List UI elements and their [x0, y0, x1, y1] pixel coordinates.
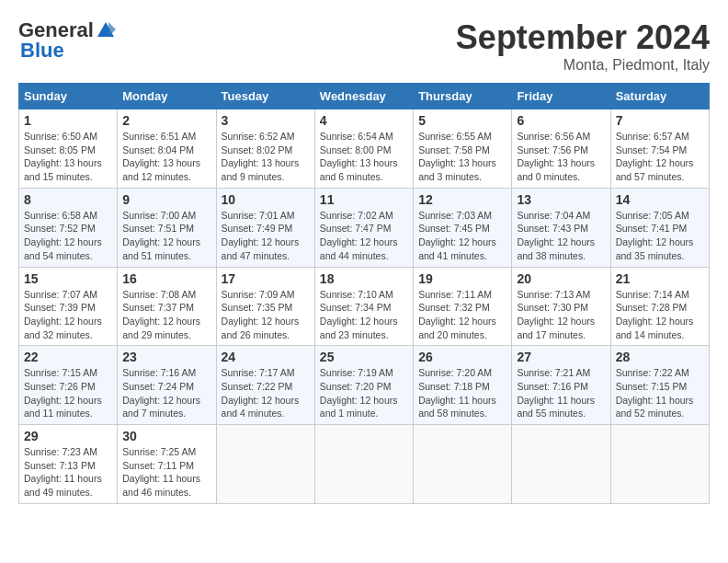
day-info: Sunrise: 6:56 AM Sunset: 7:56 PM Dayligh…: [517, 130, 605, 184]
table-row: 24Sunrise: 7:17 AM Sunset: 7:22 PM Dayli…: [216, 346, 314, 425]
calendar-week-row: 15Sunrise: 7:07 AM Sunset: 7:39 PM Dayli…: [19, 267, 710, 346]
table-row: 25Sunrise: 7:19 AM Sunset: 7:20 PM Dayli…: [314, 346, 413, 425]
day-info: Sunrise: 6:57 AM Sunset: 7:54 PM Dayligh…: [616, 130, 704, 184]
table-row: 14Sunrise: 7:05 AM Sunset: 7:41 PM Dayli…: [610, 188, 709, 267]
day-number: 26: [418, 350, 506, 364]
table-row: 3Sunrise: 6:52 AM Sunset: 8:02 PM Daylig…: [216, 109, 314, 189]
table-row: [512, 425, 610, 504]
table-row: 4Sunrise: 6:54 AM Sunset: 8:00 PM Daylig…: [314, 109, 413, 189]
day-number: 9: [122, 192, 210, 207]
day-number: 12: [418, 192, 506, 207]
day-number: 18: [320, 271, 408, 286]
table-row: 16Sunrise: 7:08 AM Sunset: 7:37 PM Dayli…: [118, 267, 216, 346]
table-row: 8Sunrise: 6:58 AM Sunset: 7:52 PM Daylig…: [19, 188, 118, 267]
table-row: 28Sunrise: 7:22 AM Sunset: 7:15 PM Dayli…: [610, 346, 709, 425]
day-number: 3: [222, 113, 310, 128]
table-row: 12Sunrise: 7:03 AM Sunset: 7:45 PM Dayli…: [414, 188, 512, 267]
day-info: Sunrise: 7:03 AM Sunset: 7:45 PM Dayligh…: [418, 209, 506, 263]
table-row: 15Sunrise: 7:07 AM Sunset: 7:39 PM Dayli…: [19, 267, 118, 346]
day-info: Sunrise: 6:54 AM Sunset: 8:00 PM Dayligh…: [320, 130, 408, 184]
day-info: Sunrise: 7:15 AM Sunset: 7:26 PM Dayligh…: [24, 366, 112, 420]
table-row: 10Sunrise: 7:01 AM Sunset: 7:49 PM Dayli…: [216, 188, 314, 267]
day-info: Sunrise: 6:51 AM Sunset: 8:04 PM Dayligh…: [122, 130, 210, 184]
day-number: 14: [616, 192, 704, 207]
calendar-week-row: 22Sunrise: 7:15 AM Sunset: 7:26 PM Dayli…: [19, 346, 710, 425]
table-row: [314, 425, 413, 504]
day-info: Sunrise: 7:10 AM Sunset: 7:34 PM Dayligh…: [320, 288, 408, 342]
col-sunday: Sunday: [19, 84, 118, 109]
day-number: 8: [24, 192, 112, 207]
table-row: 23Sunrise: 7:16 AM Sunset: 7:24 PM Dayli…: [118, 346, 216, 425]
col-saturday: Saturday: [610, 84, 709, 109]
table-row: 2Sunrise: 6:51 AM Sunset: 8:04 PM Daylig…: [118, 109, 216, 189]
day-info: Sunrise: 7:01 AM Sunset: 7:49 PM Dayligh…: [222, 209, 310, 263]
table-row: 17Sunrise: 7:09 AM Sunset: 7:35 PM Dayli…: [216, 267, 314, 346]
day-number: 21: [616, 271, 704, 286]
table-row: 26Sunrise: 7:20 AM Sunset: 7:18 PM Dayli…: [414, 346, 512, 425]
calendar-week-row: 8Sunrise: 6:58 AM Sunset: 7:52 PM Daylig…: [19, 188, 710, 267]
calendar-table: Sunday Monday Tuesday Wednesday Thursday…: [18, 83, 710, 504]
table-row: 5Sunrise: 6:55 AM Sunset: 7:58 PM Daylig…: [414, 109, 512, 189]
table-row: 22Sunrise: 7:15 AM Sunset: 7:26 PM Dayli…: [19, 346, 118, 425]
day-info: Sunrise: 7:08 AM Sunset: 7:37 PM Dayligh…: [122, 288, 210, 342]
day-info: Sunrise: 7:09 AM Sunset: 7:35 PM Dayligh…: [222, 288, 310, 342]
day-number: 4: [320, 113, 408, 128]
day-info: Sunrise: 7:22 AM Sunset: 7:15 PM Dayligh…: [616, 366, 704, 420]
table-row: [610, 425, 709, 504]
calendar-header-row: Sunday Monday Tuesday Wednesday Thursday…: [19, 84, 710, 109]
day-number: 13: [517, 192, 605, 207]
day-info: Sunrise: 7:25 AM Sunset: 7:11 PM Dayligh…: [122, 445, 210, 500]
day-number: 24: [222, 350, 310, 364]
title-block: September 2024 Monta, Piedmont, Italy: [456, 18, 710, 74]
table-row: [414, 425, 512, 504]
table-row: 20Sunrise: 7:13 AM Sunset: 7:30 PM Dayli…: [512, 267, 610, 346]
calendar-week-row: 1Sunrise: 6:50 AM Sunset: 8:05 PM Daylig…: [19, 109, 710, 189]
table-row: [216, 425, 314, 504]
month-title: September 2024: [456, 18, 710, 57]
day-info: Sunrise: 7:17 AM Sunset: 7:22 PM Dayligh…: [222, 366, 310, 420]
day-number: 10: [222, 192, 310, 207]
day-info: Sunrise: 7:02 AM Sunset: 7:47 PM Dayligh…: [320, 209, 408, 263]
day-number: 25: [320, 350, 408, 364]
day-number: 5: [418, 113, 506, 128]
logo: General Blue: [18, 18, 116, 63]
table-row: 29Sunrise: 7:23 AM Sunset: 7:13 PM Dayli…: [19, 425, 118, 504]
logo-blue-text: Blue: [20, 39, 64, 63]
day-number: 19: [418, 271, 506, 286]
col-thursday: Thursday: [414, 84, 512, 109]
day-info: Sunrise: 7:05 AM Sunset: 7:41 PM Dayligh…: [616, 209, 704, 263]
page-header: General Blue September 2024 Monta, Piedm…: [18, 18, 710, 74]
day-info: Sunrise: 6:50 AM Sunset: 8:05 PM Dayligh…: [24, 130, 112, 184]
table-row: 30Sunrise: 7:25 AM Sunset: 7:11 PM Dayli…: [118, 425, 216, 504]
location-title: Monta, Piedmont, Italy: [456, 57, 710, 74]
logo-icon: [96, 20, 116, 40]
day-number: 11: [320, 192, 408, 207]
day-info: Sunrise: 6:55 AM Sunset: 7:58 PM Dayligh…: [418, 130, 506, 184]
day-info: Sunrise: 7:23 AM Sunset: 7:13 PM Dayligh…: [24, 445, 112, 500]
day-number: 6: [517, 113, 605, 128]
day-number: 22: [24, 350, 112, 364]
calendar-week-row: 29Sunrise: 7:23 AM Sunset: 7:13 PM Dayli…: [19, 425, 710, 504]
day-info: Sunrise: 7:14 AM Sunset: 7:28 PM Dayligh…: [616, 288, 704, 342]
day-info: Sunrise: 7:07 AM Sunset: 7:39 PM Dayligh…: [24, 288, 112, 342]
day-number: 27: [517, 350, 605, 364]
table-row: 7Sunrise: 6:57 AM Sunset: 7:54 PM Daylig…: [610, 109, 709, 189]
day-info: Sunrise: 7:20 AM Sunset: 7:18 PM Dayligh…: [418, 366, 506, 420]
day-number: 30: [122, 429, 210, 443]
day-number: 1: [24, 113, 112, 128]
table-row: 9Sunrise: 7:00 AM Sunset: 7:51 PM Daylig…: [118, 188, 216, 267]
col-tuesday: Tuesday: [216, 84, 314, 109]
day-number: 23: [122, 350, 210, 364]
day-number: 7: [616, 113, 704, 128]
day-info: Sunrise: 7:16 AM Sunset: 7:24 PM Dayligh…: [122, 366, 210, 420]
table-row: 11Sunrise: 7:02 AM Sunset: 7:47 PM Dayli…: [314, 188, 413, 267]
day-info: Sunrise: 6:52 AM Sunset: 8:02 PM Dayligh…: [222, 130, 310, 184]
day-number: 28: [616, 350, 704, 364]
table-row: 1Sunrise: 6:50 AM Sunset: 8:05 PM Daylig…: [19, 109, 118, 189]
day-number: 20: [517, 271, 605, 286]
day-info: Sunrise: 7:00 AM Sunset: 7:51 PM Dayligh…: [122, 209, 210, 263]
day-info: Sunrise: 7:19 AM Sunset: 7:20 PM Dayligh…: [320, 366, 408, 420]
col-friday: Friday: [512, 84, 610, 109]
table-row: 13Sunrise: 7:04 AM Sunset: 7:43 PM Dayli…: [512, 188, 610, 267]
day-info: Sunrise: 7:21 AM Sunset: 7:16 PM Dayligh…: [517, 366, 605, 420]
